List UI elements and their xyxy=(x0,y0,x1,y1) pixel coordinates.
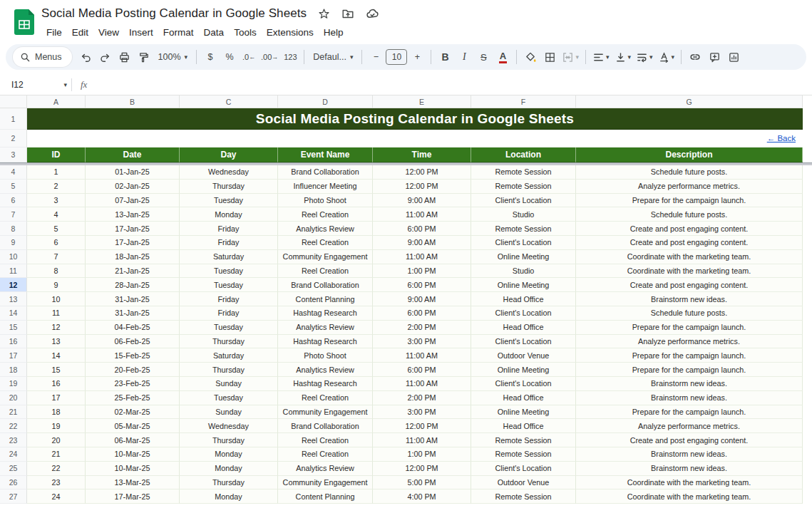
cell[interactable]: Prepare for the campaign launch. xyxy=(576,405,803,420)
cell[interactable]: 13-Mar-25 xyxy=(86,476,180,490)
cell[interactable]: Analyze performance metrics. xyxy=(576,335,803,349)
cell[interactable]: Client's Location xyxy=(471,194,576,208)
cell[interactable]: Remote Session xyxy=(471,222,576,236)
cell[interactable]: Coordinate with the marketing team. xyxy=(576,489,803,504)
column-header-B[interactable]: B xyxy=(86,95,180,108)
row-header-20[interactable]: 20 xyxy=(0,391,27,405)
cell[interactable]: Prepare for the campaign launch. xyxy=(576,348,803,363)
cell[interactable]: 14 xyxy=(27,348,86,363)
cell[interactable]: 06-Mar-25 xyxy=(86,433,180,447)
cell[interactable]: Client's Location xyxy=(471,462,576,476)
title-banner-cell[interactable]: Social Media Posting Calendar in Google … xyxy=(27,108,803,130)
row-header-14[interactable]: 14 xyxy=(0,306,27,321)
row-header-11[interactable]: 11 xyxy=(0,264,27,279)
cell[interactable]: Analytics Review xyxy=(278,321,373,335)
cell[interactable]: 12:00 PM xyxy=(373,165,471,180)
row-header-4[interactable]: 4 xyxy=(0,165,27,180)
cell[interactable]: Reel Creation xyxy=(278,236,373,250)
menu-extensions[interactable]: Extensions xyxy=(262,26,319,39)
font-size-input[interactable]: 10 xyxy=(386,49,407,65)
cell[interactable]: Prepare for the campaign launch. xyxy=(576,363,803,377)
cell[interactable]: Photo Shoot xyxy=(278,348,373,363)
row-header-12[interactable]: 12 xyxy=(0,278,27,292)
cell[interactable]: 02-Mar-25 xyxy=(86,405,180,420)
cell[interactable]: Create and post engaging content. xyxy=(576,222,803,236)
cell[interactable]: 6:00 PM xyxy=(373,222,471,236)
cell[interactable]: 31-Jan-25 xyxy=(86,292,180,306)
cell[interactable]: 10 xyxy=(27,292,86,306)
cell[interactable]: 1 xyxy=(27,165,86,180)
paint-format-button[interactable] xyxy=(135,48,153,66)
cell[interactable]: Online Meeting xyxy=(471,250,576,264)
cell[interactable]: Client's Location xyxy=(471,377,576,391)
insert-chart-button[interactable] xyxy=(724,48,743,66)
cell[interactable]: Influencer Meeting xyxy=(278,180,373,194)
cell[interactable]: 18 xyxy=(27,405,86,420)
cell[interactable]: Outdoor Venue xyxy=(471,348,576,363)
cell[interactable]: Friday xyxy=(180,306,278,321)
cell[interactable]: 2:00 PM xyxy=(373,321,471,335)
cell[interactable]: 28-Jan-25 xyxy=(86,278,180,292)
cell[interactable]: Thursday xyxy=(180,363,278,377)
cell[interactable]: 17-Mar-25 xyxy=(86,489,180,504)
row-header-2[interactable]: 2 xyxy=(0,130,27,147)
cell[interactable]: 4:00 PM xyxy=(373,489,471,504)
cell[interactable]: Brainstorm new ideas. xyxy=(576,462,803,476)
cell[interactable]: Tuesday xyxy=(180,194,278,208)
formula-input[interactable] xyxy=(94,74,812,95)
cell[interactable]: 12:00 PM xyxy=(373,462,471,476)
cell[interactable]: 15-Feb-25 xyxy=(86,348,180,363)
cell[interactable]: 18-Jan-25 xyxy=(86,250,180,264)
cell[interactable]: Tuesday xyxy=(180,278,278,292)
insert-link-button[interactable] xyxy=(686,48,704,66)
row-header-6[interactable]: 6 xyxy=(0,194,27,208)
cell[interactable]: Schedule future posts. xyxy=(576,207,803,222)
cell[interactable]: 17-Jan-25 xyxy=(86,236,180,250)
menus-search-button[interactable]: Menus xyxy=(13,47,72,67)
format-percent-button[interactable]: % xyxy=(220,48,239,66)
row-header-21[interactable]: 21 xyxy=(0,405,27,420)
cell[interactable]: 13-Jan-25 xyxy=(86,207,180,222)
cell[interactable]: Client's Location xyxy=(471,335,576,349)
table-header-cell[interactable]: ID xyxy=(27,147,86,162)
cell[interactable]: Thursday xyxy=(180,180,278,194)
cell[interactable]: Content Planning xyxy=(278,489,373,504)
decrease-decimal-button[interactable]: .0← xyxy=(240,48,258,66)
print-button[interactable] xyxy=(115,48,134,66)
cell[interactable]: Brainstorm new ideas. xyxy=(576,377,803,391)
cell[interactable]: 22 xyxy=(27,462,86,476)
cell[interactable]: 6:00 PM xyxy=(373,363,471,377)
cell[interactable]: Head Office xyxy=(471,419,576,433)
cell[interactable]: 15 xyxy=(27,363,86,377)
cell[interactable]: Friday xyxy=(180,292,278,306)
cell[interactable]: Online Meeting xyxy=(471,405,576,420)
cell[interactable]: Head Office xyxy=(471,391,576,405)
cell[interactable]: Schedule future posts. xyxy=(576,306,803,321)
cell[interactable]: 1:00 PM xyxy=(373,264,471,279)
cell[interactable]: Outdoor Venue xyxy=(471,476,576,490)
menu-view[interactable]: View xyxy=(93,26,124,39)
strikethrough-button[interactable]: S xyxy=(474,48,493,66)
cell[interactable]: Remote Session xyxy=(471,433,576,447)
cell[interactable]: Wednesday xyxy=(180,165,278,180)
menu-data[interactable]: Data xyxy=(199,26,230,39)
cell[interactable]: 6:00 PM xyxy=(373,306,471,321)
cell[interactable]: 16 xyxy=(27,377,86,391)
text-wrap-button[interactable]: ▾ xyxy=(634,48,655,66)
cell[interactable]: 11 xyxy=(27,306,86,321)
increase-font-size-button[interactable]: + xyxy=(408,48,426,66)
menu-insert[interactable]: Insert xyxy=(124,26,158,39)
cell[interactable]: Brand Collaboration xyxy=(278,165,373,180)
cell[interactable]: Head Office xyxy=(471,292,576,306)
cell[interactable]: 5 xyxy=(27,222,86,236)
cell[interactable]: 31-Jan-25 xyxy=(86,306,180,321)
cell[interactable]: 11:00 AM xyxy=(373,250,471,264)
more-formats-button[interactable]: 123 xyxy=(281,48,299,66)
row-header-26[interactable]: 26 xyxy=(0,476,27,490)
text-color-button[interactable]: A xyxy=(493,48,512,66)
cell[interactable]: Analytics Review xyxy=(278,363,373,377)
cell[interactable]: 10-Mar-25 xyxy=(86,447,180,462)
undo-button[interactable] xyxy=(77,48,96,66)
cell[interactable]: 01-Jan-25 xyxy=(86,165,180,180)
cell[interactable]: Brainstorm new ideas. xyxy=(576,391,803,405)
